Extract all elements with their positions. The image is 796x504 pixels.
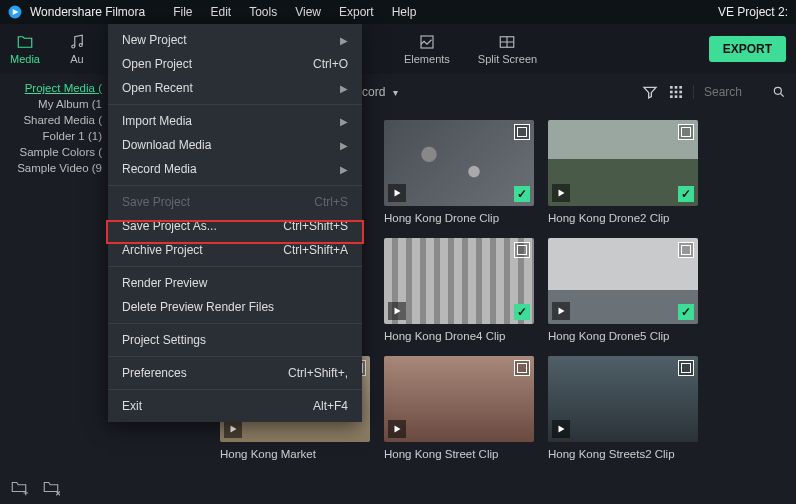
menu-item-preferences[interactable]: PreferencesCtrl+Shift+, <box>108 361 362 385</box>
shortcut-label: Ctrl+S <box>314 195 348 209</box>
record-label-cut: cord <box>362 85 385 99</box>
check-icon: ✓ <box>514 304 530 320</box>
svg-rect-5 <box>670 86 673 89</box>
menu-item-import-media[interactable]: Import Media▶ <box>108 109 362 133</box>
submenu-arrow-icon: ▶ <box>340 164 348 175</box>
menu-item-download-media[interactable]: Download Media▶ <box>108 133 362 157</box>
media-clip[interactable]: Hong Kong Street Clip <box>384 356 534 460</box>
tab-splitscreen[interactable]: Split Screen <box>478 33 537 65</box>
sidebar-item[interactable]: Sample Video (9 <box>0 160 110 176</box>
stack-icon <box>678 124 694 140</box>
media-clip[interactable]: ✓Hong Kong Drone5 Clip <box>548 238 698 342</box>
menu-item-open-recent[interactable]: Open Recent▶ <box>108 76 362 100</box>
shortcut-label: Ctrl+Shift+A <box>283 243 348 257</box>
menu-item-exit[interactable]: ExitAlt+F4 <box>108 394 362 418</box>
svg-point-14 <box>774 87 781 94</box>
play-preview-icon[interactable] <box>224 420 242 438</box>
menu-item-project-settings[interactable]: Project Settings <box>108 328 362 352</box>
folder-remove-icon[interactable] <box>42 478 60 496</box>
submenu-arrow-icon: ▶ <box>340 140 348 151</box>
menu-file[interactable]: File <box>173 5 192 19</box>
clip-caption: Hong Kong Drone Clip <box>384 212 534 224</box>
tab-audio[interactable]: Au <box>68 33 86 65</box>
menu-item-new-project[interactable]: New Project▶ <box>108 28 362 52</box>
submenu-arrow-icon: ▶ <box>340 35 348 46</box>
search-input[interactable] <box>704 85 766 99</box>
media-clip[interactable]: ✓Hong Kong Drone4 Clip <box>384 238 534 342</box>
menu-item-record-media[interactable]: Record Media▶ <box>108 157 362 181</box>
clip-caption: Hong Kong Street Clip <box>384 448 534 460</box>
shortcut-label: Ctrl+O <box>313 57 348 71</box>
export-button[interactable]: EXPORT <box>709 36 786 62</box>
play-preview-icon[interactable] <box>388 302 406 320</box>
shortcut-label: Ctrl+Shift+, <box>288 366 348 380</box>
play-preview-icon[interactable] <box>552 420 570 438</box>
media-clip[interactable]: ✓Hong Kong Drone2 Clip <box>548 120 698 224</box>
play-preview-icon[interactable] <box>552 302 570 320</box>
sidebar-item[interactable]: Folder 1 (1) <box>0 128 110 144</box>
menubar: FileEditToolsViewExportHelp <box>173 5 416 19</box>
svg-rect-12 <box>675 95 678 98</box>
svg-rect-11 <box>670 95 673 98</box>
menu-item-archive-project[interactable]: Archive ProjectCtrl+Shift+A <box>108 238 362 262</box>
menu-view[interactable]: View <box>295 5 321 19</box>
filter-icon[interactable] <box>641 83 659 101</box>
menu-edit[interactable]: Edit <box>211 5 232 19</box>
submenu-arrow-icon: ▶ <box>340 83 348 94</box>
sidebar-item[interactable]: My Album (1 <box>0 96 110 112</box>
media-clip[interactable]: Hong Kong Streets2 Clip <box>548 356 698 460</box>
menu-item-save-project-as-[interactable]: Save Project As...Ctrl+Shift+S <box>108 214 362 238</box>
svg-rect-9 <box>675 91 678 94</box>
chevron-down-icon[interactable]: ▾ <box>393 87 398 98</box>
sidebar-item[interactable]: Project Media ( <box>0 80 110 96</box>
shortcut-label: Ctrl+Shift+S <box>283 219 348 233</box>
clip-caption: Hong Kong Drone5 Clip <box>548 330 698 342</box>
sidebar-item[interactable]: Shared Media ( <box>0 112 110 128</box>
project-title: VE Project 2: <box>718 5 788 19</box>
tab-media[interactable]: Media <box>10 33 40 65</box>
left-panel: Project Media (My Album (1Shared Media (… <box>0 74 110 182</box>
sidebar-item[interactable]: Sample Colors ( <box>0 144 110 160</box>
media-clip[interactable]: ✓Hong Kong Drone Clip <box>384 120 534 224</box>
grid-view-icon[interactable] <box>667 83 685 101</box>
file-menu-dropdown: New Project▶Open ProjectCtrl+OOpen Recen… <box>108 24 362 422</box>
tab-elements[interactable]: Elements <box>404 33 450 65</box>
titlebar: Wondershare Filmora FileEditToolsViewExp… <box>0 0 796 24</box>
menu-tools[interactable]: Tools <box>249 5 277 19</box>
stack-icon <box>514 242 530 258</box>
play-preview-icon[interactable] <box>388 184 406 202</box>
clip-caption: Hong Kong Drone4 Clip <box>384 330 534 342</box>
svg-rect-13 <box>679 95 682 98</box>
svg-rect-8 <box>670 91 673 94</box>
clip-caption: Hong Kong Market <box>220 448 370 460</box>
check-icon: ✓ <box>678 186 694 202</box>
svg-point-2 <box>79 44 82 47</box>
shortcut-label: Alt+F4 <box>313 399 348 413</box>
svg-point-1 <box>72 45 75 48</box>
stack-icon <box>514 124 530 140</box>
search-field[interactable] <box>693 85 786 99</box>
play-preview-icon[interactable] <box>388 420 406 438</box>
stack-icon <box>678 242 694 258</box>
menu-export[interactable]: Export <box>339 5 374 19</box>
svg-rect-7 <box>679 86 682 89</box>
check-icon: ✓ <box>678 304 694 320</box>
play-preview-icon[interactable] <box>552 184 570 202</box>
menu-item-render-preview[interactable]: Render Preview <box>108 271 362 295</box>
menu-help[interactable]: Help <box>392 5 417 19</box>
folder-add-icon[interactable] <box>10 478 28 496</box>
menu-item-open-project[interactable]: Open ProjectCtrl+O <box>108 52 362 76</box>
clip-caption: Hong Kong Drone2 Clip <box>548 212 698 224</box>
media-subtoolbar: cord ▾ <box>362 78 786 106</box>
bottom-folder-icons <box>10 478 60 496</box>
clip-caption: Hong Kong Streets2 Clip <box>548 448 698 460</box>
app-logo-icon <box>8 5 22 19</box>
stack-icon <box>678 360 694 376</box>
menu-item-delete-preview-render-files[interactable]: Delete Preview Render Files <box>108 295 362 319</box>
svg-rect-6 <box>675 86 678 89</box>
app-name: Wondershare Filmora <box>30 5 145 19</box>
menu-item-save-project: Save ProjectCtrl+S <box>108 190 362 214</box>
stack-icon <box>514 360 530 376</box>
search-icon[interactable] <box>772 85 786 99</box>
svg-rect-10 <box>679 91 682 94</box>
